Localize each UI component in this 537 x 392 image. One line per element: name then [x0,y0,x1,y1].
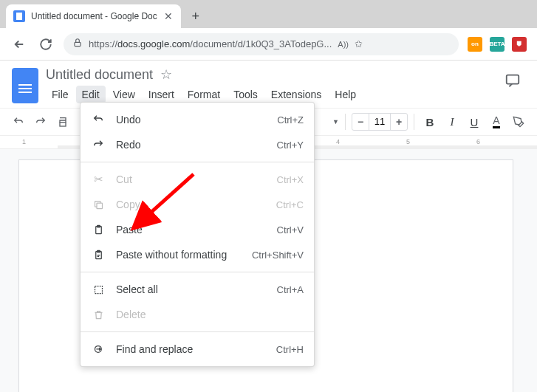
menu-undo[interactable]: Undo Ctrl+Z [81,107,314,132]
redo-button[interactable] [31,112,50,131]
menu-extensions[interactable]: Extensions [265,86,327,103]
find-replace-icon [91,344,106,355]
menu-paste[interactable]: Paste Ctrl+V [81,217,314,242]
url-text: https://docs.google.com/document/d/1k0Q3… [89,38,332,49]
back-button[interactable] [10,35,28,53]
document-title[interactable]: Untitled document [46,67,153,83]
menu-tools[interactable]: Tools [228,86,264,103]
print-button[interactable] [53,112,72,131]
star-icon[interactable]: ☆ [160,66,172,83]
text-color-button[interactable]: A [487,112,506,131]
ruler-tick: 1 [22,138,26,145]
redo-icon [91,139,106,151]
new-tab-button[interactable]: + [185,6,206,27]
svg-rect-0 [75,42,81,46]
menu-find-replace[interactable]: Find and replace Ctrl+H [81,337,314,362]
font-size-control: − 11 + [352,113,408,131]
tab-title: Untitled document - Google Doc [31,11,157,21]
menu-view[interactable]: View [107,86,141,103]
menu-delete: Delete [81,302,314,327]
cut-icon: ✂ [91,173,106,186]
docs-favicon [13,10,25,22]
extension-icons: on BETA ⛊ [468,37,527,52]
menu-insert[interactable]: Insert [143,86,180,103]
extension-icon-3[interactable]: ⛊ [512,37,527,52]
edit-dropdown-menu: Undo Ctrl+Z Redo Ctrl+Y ✂ Cut Ctrl+X Cop… [80,102,315,367]
font-size-decrease[interactable]: − [352,116,369,128]
svg-rect-2 [60,123,66,126]
svg-rect-1 [507,75,519,84]
undo-icon [91,114,106,125]
menu-paste-without-formatting[interactable]: Paste without formatting Ctrl+Shift+V [81,242,314,267]
menu-cut: ✂ Cut Ctrl+X [81,167,314,192]
menu-select-all[interactable]: Select all Ctrl+A [81,277,314,302]
svg-rect-3 [97,203,103,209]
ruler-tick: 5 [406,138,410,145]
favorite-star-icon[interactable]: ✩ [355,38,363,49]
delete-icon [91,309,106,320]
copy-icon [91,199,106,210]
bold-button[interactable]: B [420,112,439,131]
ruler-tick: 4 [336,138,340,145]
undo-button[interactable] [9,112,28,131]
menu-redo[interactable]: Redo Ctrl+Y [81,132,314,157]
extension-icon-2[interactable]: BETA [490,37,504,52]
menu-file[interactable]: File [46,86,75,103]
underline-button[interactable]: U [465,112,484,131]
menu-bar: File Edit View Insert Format Tools Exten… [46,86,497,103]
comments-icon[interactable] [504,72,521,92]
paste-plain-icon [91,250,106,261]
menu-copy: Copy Ctrl+C [81,192,314,217]
italic-button[interactable]: I [442,112,462,131]
extension-icon-1[interactable]: on [468,37,482,52]
tab-close-button[interactable]: ✕ [163,11,174,21]
highlight-button[interactable] [509,112,528,131]
read-aloud-icon[interactable]: A)) [338,40,349,49]
font-size-increase[interactable]: + [391,116,407,128]
ruler-tick: 6 [476,138,480,145]
svg-rect-8 [95,286,102,293]
menu-format[interactable]: Format [182,86,226,103]
docs-header: Untitled document ☆ File Edit View Inser… [0,61,537,103]
font-size-value[interactable]: 11 [369,114,391,130]
address-bar[interactable]: https://docs.google.com/document/d/1k0Q3… [64,33,459,55]
browser-chrome: Untitled document - Google Doc ✕ + https… [0,0,537,61]
menu-edit[interactable]: Edit [76,86,106,103]
menu-help[interactable]: Help [329,86,362,103]
browser-tab[interactable]: Untitled document - Google Doc ✕ [6,4,181,28]
select-all-icon [91,284,106,295]
paste-icon [91,224,106,235]
docs-logo-icon[interactable] [12,68,38,103]
tab-bar: Untitled document - Google Doc ✕ + [0,0,537,28]
nav-bar: https://docs.google.com/document/d/1k0Q3… [0,28,537,61]
site-lock-icon [72,38,83,50]
refresh-button[interactable] [37,35,55,53]
font-dropdown-arrow-icon[interactable]: ▼ [332,118,339,125]
